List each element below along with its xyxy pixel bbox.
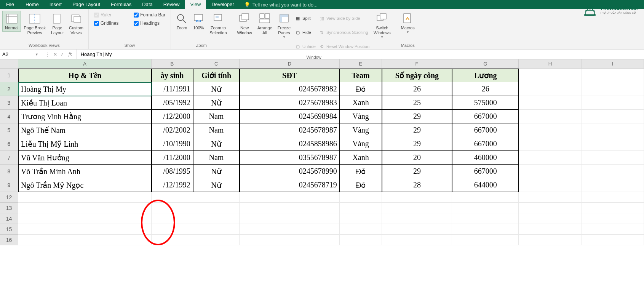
cell-I7[interactable] (582, 151, 644, 165)
cell-I9[interactable] (582, 178, 644, 192)
cell-H3[interactable] (519, 96, 582, 110)
cell-G13[interactable] (452, 203, 519, 213)
cell-D6[interactable]: 0245858986 (240, 137, 339, 151)
cell-A3[interactable]: Kiều Thị Loan (18, 96, 152, 110)
cell-B16[interactable] (152, 235, 193, 245)
cell-F4[interactable]: 29 (382, 110, 452, 123)
row-header-7[interactable]: 7 (0, 151, 18, 165)
cell-E5[interactable]: Vàng (340, 123, 382, 137)
cell-G6[interactable]: 667000 (452, 137, 519, 151)
cell-H7[interactable] (519, 151, 582, 165)
cell-E9[interactable]: Đỏ (340, 178, 382, 192)
switch-windows-button[interactable]: Switch Windows ▼ (371, 11, 393, 40)
arrange-all-button[interactable]: Arrange All (255, 11, 275, 37)
enter-icon[interactable]: ✓ (60, 52, 64, 57)
cell-A9[interactable]: Ngô Trần Mỹ Ngọc (18, 178, 152, 192)
col-header-F[interactable]: F (382, 59, 452, 68)
cell-F1[interactable]: Số ngày công (382, 69, 452, 82)
tab-file[interactable]: File (0, 0, 20, 9)
cell-F2[interactable]: 26 (382, 82, 452, 96)
cell-D2[interactable]: 0245678982 (240, 82, 339, 96)
row-header-15[interactable]: 15 (0, 224, 18, 235)
cell-F6[interactable]: 29 (382, 137, 452, 151)
cell-B7[interactable]: /11/2000 (152, 151, 193, 165)
cell-E6[interactable]: Vàng (340, 137, 382, 151)
cell-E8[interactable]: Đỏ (340, 165, 382, 178)
cell-C7[interactable]: Nam (193, 151, 240, 165)
tab-page-layout[interactable]: Page Layout (67, 0, 105, 9)
cell-D13[interactable] (240, 203, 339, 213)
cell-E12[interactable] (340, 192, 382, 203)
cell-A14[interactable] (18, 213, 152, 224)
page-layout-button[interactable]: Page Layout (48, 11, 66, 37)
cells-area[interactable]: Họ & Tênày sinhGiới tínhSĐTTeamSố ngày c… (18, 69, 644, 245)
cell-E13[interactable] (340, 203, 382, 213)
cell-H5[interactable] (519, 123, 582, 137)
cell-I4[interactable] (582, 110, 644, 123)
cell-C9[interactable]: Nữ (193, 178, 240, 192)
cell-A1[interactable]: Họ & Tên (18, 69, 152, 82)
cell-C6[interactable]: Nữ (193, 137, 240, 151)
cell-I13[interactable] (582, 203, 644, 213)
col-header-G[interactable]: G (452, 59, 519, 68)
col-header-H[interactable]: H (519, 59, 582, 68)
cell-F12[interactable] (382, 192, 452, 203)
col-header-C[interactable]: C (193, 59, 240, 68)
cell-D8[interactable]: 0245678990 (240, 165, 339, 178)
cell-F14[interactable] (382, 213, 452, 224)
gridlines-checkbox[interactable]: Gridlines (94, 21, 118, 26)
tab-developer[interactable]: Developer (206, 0, 239, 9)
cell-D9[interactable]: 0245678719 (240, 178, 339, 192)
cell-G2[interactable]: 26 (452, 82, 519, 96)
cell-C12[interactable] (193, 192, 240, 203)
row-header-2[interactable]: 2 (0, 82, 18, 96)
cell-G7[interactable]: 460000 (452, 151, 519, 165)
cell-G4[interactable]: 667000 (452, 110, 519, 123)
cancel-icon[interactable]: ✕ (53, 52, 57, 57)
tab-view[interactable]: View (185, 0, 206, 9)
cell-B13[interactable] (152, 203, 193, 213)
cell-F9[interactable]: 28 (382, 178, 452, 192)
tab-review[interactable]: Review (158, 0, 185, 9)
cell-B6[interactable]: /10/1990 (152, 137, 193, 151)
cell-C1[interactable]: Giới tính (193, 69, 240, 82)
cell-E15[interactable] (340, 224, 382, 235)
cell-G12[interactable] (452, 192, 519, 203)
cell-I2[interactable] (582, 82, 644, 96)
cell-D16[interactable] (240, 235, 339, 245)
cell-F13[interactable] (382, 203, 452, 213)
cell-G15[interactable] (452, 224, 519, 235)
headings-checkbox[interactable]: Headings (134, 21, 165, 26)
cell-C4[interactable]: Nam (193, 110, 240, 123)
cell-I8[interactable] (582, 165, 644, 178)
col-header-B[interactable]: B (152, 59, 193, 68)
cell-C13[interactable] (193, 203, 240, 213)
zoom-100-button[interactable]: 100 100% (190, 11, 207, 32)
cell-I12[interactable] (582, 192, 644, 203)
cell-D12[interactable] (240, 192, 339, 203)
cell-A2[interactable]: Hoàng Thị My (18, 82, 152, 96)
row-header-4[interactable]: 4 (0, 110, 18, 123)
cell-G3[interactable]: 575000 (452, 96, 519, 110)
cell-D7[interactable]: 0355678987 (240, 151, 339, 165)
cell-E4[interactable]: Vàng (340, 110, 382, 123)
cell-B12[interactable] (152, 192, 193, 203)
cell-D14[interactable] (240, 213, 339, 224)
cell-E3[interactable]: Xanh (340, 96, 382, 110)
cell-I15[interactable] (582, 224, 644, 235)
cell-H16[interactable] (519, 235, 582, 245)
row-header-8[interactable]: 8 (0, 165, 18, 178)
cell-E16[interactable] (340, 235, 382, 245)
cell-I14[interactable] (582, 213, 644, 224)
cell-A4[interactable]: Trương Vinh Hằng (18, 110, 152, 123)
cell-D5[interactable]: 0245678987 (240, 123, 339, 137)
cell-B15[interactable] (152, 224, 193, 235)
col-header-A[interactable]: A (18, 59, 152, 68)
cell-A15[interactable] (18, 224, 152, 235)
cell-E7[interactable]: Xanh (340, 151, 382, 165)
cell-H6[interactable] (519, 137, 582, 151)
cell-B2[interactable]: /11/1991 (152, 82, 193, 96)
cell-F15[interactable] (382, 224, 452, 235)
hide-button[interactable]: ▢Hide (295, 26, 316, 39)
cell-D15[interactable] (240, 224, 339, 235)
